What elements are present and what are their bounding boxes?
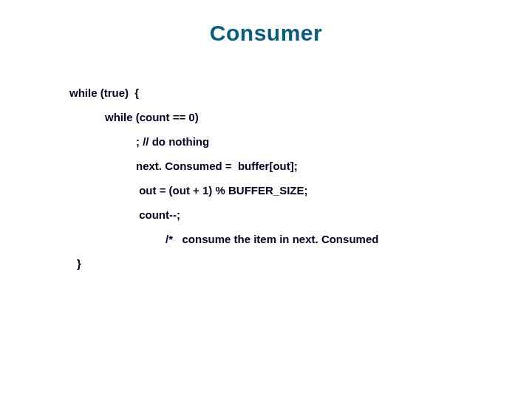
slide: Consumer while (true) { while (count == …	[0, 0, 532, 399]
code-line-do-nothing: ; // do nothing	[69, 136, 378, 147]
code-line-while-count: while (count == 0)	[69, 112, 378, 123]
code-line-while-true: while (true) {	[69, 87, 378, 98]
code-line-out-inc: out = (out + 1) % BUFFER_SIZE;	[69, 185, 378, 196]
code-line-count-dec: count--;	[69, 209, 378, 220]
code-block: while (true) { while (count == 0) ; // d…	[69, 87, 378, 282]
code-line-consume-comment: /* consume the item in next. Consumed	[69, 233, 378, 245]
code-line-close: }	[69, 258, 378, 269]
code-line-next-consumed: next. Consumed = buffer[out];	[69, 160, 378, 171]
slide-title: Consumer	[0, 21, 532, 46]
